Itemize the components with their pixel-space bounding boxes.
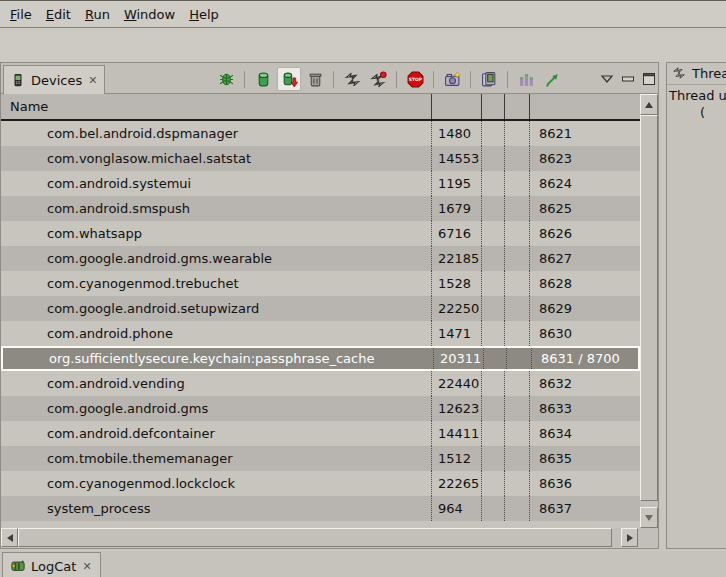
scroll-right-button[interactable]: [621, 528, 638, 547]
close-icon[interactable]: ✕: [82, 561, 91, 572]
process-name: com.cyanogenmod.lockclock: [1, 471, 431, 496]
table-header[interactable]: Name: [1, 94, 640, 121]
update-threads-icon[interactable]: [340, 67, 364, 91]
thread-indicator-cell: [504, 471, 529, 496]
heap-indicator-cell: [481, 246, 504, 271]
menu-item-run[interactable]: Run: [78, 2, 117, 27]
process-pid: 1471: [431, 321, 481, 346]
column-divider[interactable]: [481, 94, 482, 119]
table-row[interactable]: com.google.android.gms 12623 8633: [1, 396, 640, 421]
table-row[interactable]: com.google.android.setupwizard 22250 862…: [1, 296, 640, 321]
table-row[interactable]: com.tmobile.thememanager 1512 8635: [1, 446, 640, 471]
menu-item-window[interactable]: Window: [117, 2, 182, 27]
column-divider[interactable]: [431, 94, 432, 119]
table-row[interactable]: com.android.systemui 1195 8624: [1, 171, 640, 196]
tab-devices[interactable]: Devices ✕: [3, 65, 105, 94]
view-menu-chevron-icon[interactable]: [600, 72, 614, 86]
heap-indicator-cell: [481, 421, 504, 446]
cause-gc-icon[interactable]: [303, 67, 327, 91]
table-row[interactable]: com.google.android.gms.wearable 22185 86…: [1, 246, 640, 271]
vertical-scrollbar[interactable]: [640, 94, 658, 528]
screen-capture-multi-icon[interactable]: [477, 67, 501, 91]
stop-process-icon[interactable]: STOP: [403, 67, 427, 91]
table-row[interactable]: com.cyanogenmod.trebuchet 1528 8628: [1, 271, 640, 296]
maximize-icon[interactable]: [642, 72, 656, 86]
process-pid: 14553: [431, 146, 481, 171]
process-port: 8623: [529, 146, 640, 171]
scroll-up-button[interactable]: [640, 94, 658, 115]
toolbar-separator: [470, 71, 471, 88]
scroll-left-button[interactable]: [1, 528, 18, 547]
dump-hprof-icon[interactable]: [277, 67, 301, 91]
table-row[interactable]: com.android.smspush 1679 8625: [1, 196, 640, 221]
process-port: 8633: [529, 396, 640, 421]
start-method-profiling-icon[interactable]: [366, 67, 390, 91]
heap-indicator-cell: [481, 196, 504, 221]
heap-indicator-cell: [481, 471, 504, 496]
horizontal-scroll-thumb[interactable]: [18, 528, 612, 547]
menu-bar: FileEditRunWindowHelp: [0, 1, 726, 28]
minimize-icon[interactable]: [621, 72, 635, 86]
tab-threads[interactable]: Threads: [667, 63, 726, 85]
scroll-down-button[interactable]: [640, 507, 658, 528]
table-row[interactable]: com.bel.android.dspmanager 1480 8621: [1, 121, 640, 146]
process-port: 8632: [529, 371, 640, 396]
debug-process-icon[interactable]: [214, 67, 238, 91]
table-row[interactable]: com.vonglasow.michael.satstat 14553 8623: [1, 146, 640, 171]
close-icon[interactable]: ✕: [88, 75, 97, 86]
menu-item-help[interactable]: Help: [182, 2, 226, 27]
screen-capture-icon[interactable]: [440, 67, 464, 91]
process-name: com.android.vending: [1, 371, 431, 396]
column-divider[interactable]: [504, 94, 505, 119]
process-port: 8637: [529, 496, 640, 521]
table-row[interactable]: com.android.vending 22440 8632: [1, 371, 640, 396]
toolbar-separator: [244, 71, 245, 88]
heap-indicator-cell: [481, 271, 504, 296]
process-name: com.cyanogenmod.trebuchet: [1, 271, 431, 296]
process-name: com.google.android.gms.wearable: [1, 246, 431, 271]
process-port: 8625: [529, 196, 640, 221]
thread-indicator-cell: [504, 446, 529, 471]
thread-indicator-cell: [504, 421, 529, 446]
devices-toolbar: STOP: [214, 66, 656, 92]
thread-indicator-cell: [504, 171, 529, 196]
table-row[interactable]: com.cyanogenmod.lockclock 22265 8636: [1, 471, 640, 496]
update-heap-icon[interactable]: [251, 67, 275, 91]
process-table-body: com.bel.android.dspmanager 1480 8621 com…: [1, 121, 640, 521]
thread-indicator-cell: [504, 496, 529, 521]
capture-view-hierarchy-icon[interactable]: [514, 67, 538, 91]
process-pid: 1679: [431, 196, 481, 221]
horizontal-scrollbar[interactable]: [1, 528, 658, 547]
menu-item-file[interactable]: File: [3, 2, 39, 27]
table-row[interactable]: com.android.defcontainer 14411 8634: [1, 421, 640, 446]
thread-indicator-cell: [504, 196, 529, 221]
process-pid: 6716: [431, 221, 481, 246]
table-row[interactable]: com.whatsapp 6716 8626: [1, 221, 640, 246]
process-name: com.android.smspush: [1, 196, 431, 221]
process-port: 8628: [529, 271, 640, 296]
heap-indicator-cell: [481, 146, 504, 171]
vertical-scroll-thumb[interactable]: [640, 115, 658, 501]
table-row[interactable]: org.sufficientlysecure.keychain:passphra…: [1, 346, 640, 371]
process-port: 8631 / 8700: [531, 348, 642, 369]
process-name: com.android.phone: [1, 321, 431, 346]
process-pid: 14411: [431, 421, 481, 446]
process-port: 8630: [529, 321, 640, 346]
thread-indicator-cell: [504, 396, 529, 421]
table-row[interactable]: system_process 964 8637: [1, 496, 640, 521]
column-header-name[interactable]: Name: [10, 94, 48, 119]
thread-indicator-cell: [504, 146, 529, 171]
thread-indicator-cell: [504, 321, 529, 346]
process-name: com.whatsapp: [1, 221, 431, 246]
process-port: 8626: [529, 221, 640, 246]
stop-icon-label: STOP: [408, 77, 422, 82]
toolbar-separator: [433, 71, 434, 88]
table-row[interactable]: com.android.phone 1471 8630: [1, 321, 640, 346]
thread-indicator-cell: [504, 121, 529, 146]
column-divider[interactable]: [529, 94, 530, 119]
toolbar-separator: [333, 71, 334, 88]
tab-logcat[interactable]: LogCat ✕: [2, 552, 101, 577]
menu-item-edit[interactable]: Edit: [39, 2, 78, 27]
thread-indicator-cell: [504, 371, 529, 396]
start-opengl-trace-icon[interactable]: [540, 67, 564, 91]
